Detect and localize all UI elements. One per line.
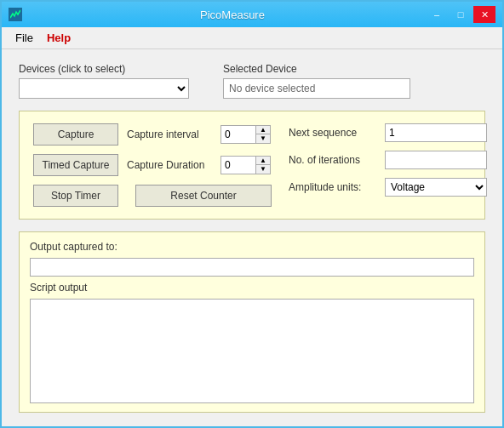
selected-device-section: Selected Device <box>223 63 410 99</box>
iterations-label: No. of iterations <box>289 154 378 166</box>
amplitude-label: Amplitude units: <box>289 181 378 193</box>
close-button[interactable]: ✕ <box>473 6 495 23</box>
capture-interval-up[interactable]: ▲ <box>256 126 270 134</box>
timed-capture-button[interactable]: Timed Capture <box>33 154 118 176</box>
capture-duration-label: Capture Duration <box>127 159 212 171</box>
iterations-input[interactable] <box>385 151 487 169</box>
iterations-row: No. of iterations <box>289 151 487 169</box>
main-window: PicoMeasure – □ ✕ File Help Devices (cli… <box>0 0 504 428</box>
content-area: Devices (click to select) Selected Devic… <box>2 49 502 426</box>
capture-duration-down[interactable]: ▼ <box>256 165 270 174</box>
output-captured-label: Output captured to: <box>30 241 474 253</box>
capture-duration-input[interactable] <box>221 157 255 174</box>
panel-body: Capture Capture interval ▲ ▼ Timed Capt <box>33 123 471 207</box>
output-path-input[interactable] <box>30 258 474 277</box>
amplitude-select[interactable]: Voltage dBV dBu dBm <box>385 178 487 197</box>
capture-interval-input[interactable] <box>221 126 255 143</box>
title-bar: PicoMeasure – □ ✕ <box>2 2 502 27</box>
menu-bar: File Help <box>2 27 502 49</box>
capture-interval-down[interactable]: ▼ <box>256 134 270 143</box>
capture-interval-spinner: ▲ ▼ <box>220 125 271 144</box>
selected-device-field <box>223 78 410 99</box>
devices-section: Devices (click to select) Selected Devic… <box>19 63 485 99</box>
stop-reset-row: Stop Timer Reset Counter <box>33 185 272 207</box>
script-output-area <box>30 299 474 403</box>
window-title: PicoMeasure <box>29 9 436 21</box>
capture-interval-label: Capture interval <box>127 128 212 140</box>
output-section: Output captured to: Script output <box>19 231 485 413</box>
device-select[interactable] <box>19 78 189 99</box>
devices-left: Devices (click to select) <box>19 63 189 99</box>
app-icon <box>9 8 22 21</box>
menu-file[interactable]: File <box>9 29 40 47</box>
next-sequence-label: Next sequence <box>289 127 378 139</box>
capture-button[interactable]: Capture <box>33 123 118 146</box>
amplitude-row: Amplitude units: Voltage dBV dBu dBm <box>289 178 487 197</box>
panel-left: Capture Capture interval ▲ ▼ Timed Capt <box>33 123 272 207</box>
capture-row: Capture Capture interval ▲ ▼ <box>33 123 272 146</box>
devices-label: Devices (click to select) <box>19 63 189 75</box>
minimize-button[interactable]: – <box>426 6 448 23</box>
capture-duration-arrows: ▲ ▼ <box>255 157 270 174</box>
script-output-label: Script output <box>30 282 474 294</box>
maximize-button[interactable]: □ <box>450 6 472 23</box>
title-bar-controls: – □ ✕ <box>426 6 495 23</box>
main-panel: Capture Capture interval ▲ ▼ Timed Capt <box>19 111 485 220</box>
reset-counter-button[interactable]: Reset Counter <box>135 185 272 207</box>
panel-right: Next sequence No. of iterations Amplitud… <box>289 123 487 207</box>
capture-duration-spinner: ▲ ▼ <box>220 156 271 174</box>
timed-capture-row: Timed Capture Capture Duration ▲ ▼ <box>33 154 272 176</box>
selected-device-label: Selected Device <box>223 63 410 75</box>
next-sequence-input[interactable] <box>385 123 487 142</box>
next-sequence-row: Next sequence <box>289 123 487 142</box>
menu-help[interactable]: Help <box>40 29 77 47</box>
capture-duration-up[interactable]: ▲ <box>256 157 270 165</box>
stop-timer-button[interactable]: Stop Timer <box>33 185 118 207</box>
capture-interval-arrows: ▲ ▼ <box>255 126 270 143</box>
